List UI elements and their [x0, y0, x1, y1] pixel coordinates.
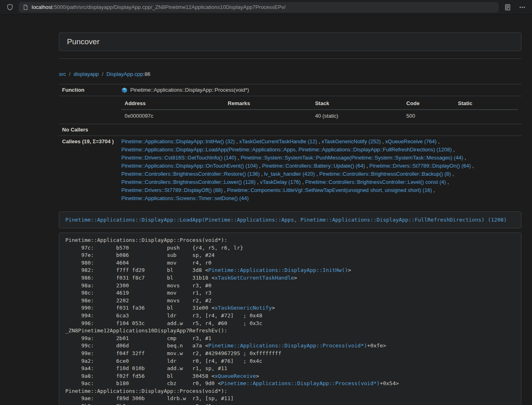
function-row-label: Function: [59, 84, 118, 96]
column-header-static: Static: [454, 98, 518, 110]
callees-cell: Pinetime::Applications::DisplayApp::Init…: [118, 136, 521, 205]
callee-link[interactable]: Pinetime::Drivers::Cst816S::GetTouchInfo…: [121, 155, 236, 161]
reader-mode-button[interactable]: [502, 2, 513, 13]
column-header-code: Code: [403, 98, 454, 110]
column-header-stack: Stack: [312, 98, 403, 110]
no-callers-row: No Callers: [59, 124, 521, 136]
stack-value: 40 (static): [312, 110, 403, 122]
no-callers-label: No Callers: [59, 124, 118, 136]
page-title: Puncover: [67, 37, 513, 46]
callee-link[interactable]: Pinetime::Controllers::BrightnessControl…: [121, 179, 256, 185]
breadcrumb-line-number: :86: [143, 71, 151, 77]
callees-label: Callees (19, Σ=3704 ): [59, 136, 118, 205]
callee-link[interactable]: Pinetime::Controllers::BrightnessControl…: [121, 171, 260, 177]
column-header-remarks: Remarks: [224, 98, 312, 110]
url-text: localhost:5000/path/src/displayapp/Displ…: [32, 4, 286, 10]
disassembly: Pinetime::Applications::DisplayApp::Proc…: [59, 233, 521, 405]
callee-link[interactable]: Pinetime::Applications::DisplayApp::Load…: [121, 146, 452, 153]
static-value: [454, 110, 518, 122]
column-header-address: Address: [121, 98, 224, 110]
page-title-panel: Puncover: [59, 32, 521, 51]
details-row: Address Remarks Stack Code Static 0x0000…: [59, 96, 521, 124]
divider: [59, 58, 521, 59]
breadcrumb-link[interactable]: DisplayApp.cpp: [106, 71, 143, 77]
menu-button[interactable]: [517, 2, 528, 13]
function-table: Function Pinetime::Applications::Display…: [59, 84, 521, 204]
url-bar[interactable]: localhost:5000/path/src/displayapp/Displ…: [19, 2, 499, 13]
details-values-row: 0x0000097c 40 (static) 500: [121, 110, 518, 122]
url-path: :5000/path/src/displayapp/DisplayApp.cpp…: [52, 4, 286, 10]
reader-mode-icon: [504, 4, 511, 11]
details-table: Address Remarks Stack Code Static 0x0000…: [121, 98, 518, 122]
callee-link[interactable]: Pinetime::Applications::DisplayApp::OnTo…: [121, 163, 258, 169]
menu-ellipsis-icon: [519, 4, 526, 11]
callee-link[interactable]: Pinetime::Components::LittleVgl::SetNewT…: [227, 187, 432, 193]
breadcrumb-link[interactable]: displayapp: [73, 71, 99, 77]
breadcrumb-separator: /: [99, 71, 106, 77]
callee-link[interactable]: Pinetime::System::SystemTask::PushMessag…: [241, 155, 463, 161]
breadcrumb-link[interactable]: src: [59, 71, 66, 77]
shield-icon: [6, 4, 13, 11]
callee-link[interactable]: Pinetime::Applications::DisplayApp::Init…: [121, 138, 235, 144]
code-symbol-link[interactable]: Pinetime::Applications::DisplayApp::Init…: [208, 267, 348, 273]
code-symbol-link[interactable]: xQueueReceive: [215, 373, 256, 379]
highlighted-callee-panel: Pinetime::Applications::DisplayApp::Load…: [59, 211, 521, 228]
callee-link[interactable]: Pinetime::Controllers::Battery::Update()…: [262, 163, 365, 169]
page-icon: [23, 4, 28, 10]
callee-link[interactable]: Pinetime::Controllers::BrightnessControl…: [305, 179, 446, 185]
function-row: Function Pinetime::Applications::Display…: [59, 84, 521, 96]
code-symbol-link[interactable]: xTaskGenericNotify: [215, 305, 272, 311]
callee-link[interactable]: Pinetime::Drivers::St7789::DisplayOn() (…: [369, 163, 471, 169]
code-symbol-link[interactable]: Pinetime::Applications::DisplayApp::Proc…: [221, 380, 380, 386]
callee-link[interactable]: Pinetime::Drivers::St7789::DisplayOff() …: [121, 187, 223, 193]
address-value: 0x0000097c: [121, 110, 224, 122]
callee-link[interactable]: xTaskGetCurrentTaskHandle (12): [239, 138, 317, 144]
highlighted-callee-link[interactable]: Pinetime::Applications::DisplayApp::Load…: [65, 217, 507, 223]
details-row-spacer: [59, 96, 118, 124]
breadcrumb-separator: /: [66, 71, 73, 77]
callee-link[interactable]: lv_task_handler (420): [264, 171, 315, 177]
callee-link[interactable]: vTaskDelay (176): [260, 179, 301, 185]
callee-link[interactable]: xTaskGenericNotify (252): [322, 138, 381, 144]
symbol-type-icon: [121, 87, 127, 93]
callee-link[interactable]: Pinetime::Controllers::BrightnessControl…: [319, 171, 451, 177]
url-host: localhost: [32, 4, 52, 10]
callee-link[interactable]: Pinetime::Applications::Screens::Timer::…: [121, 195, 249, 201]
callee-link[interactable]: xQueueReceive (764): [385, 138, 436, 144]
code-value: 500: [403, 110, 454, 122]
browser-toolbar: localhost:5000/path/src/displayapp/Displ…: [0, 0, 532, 15]
function-name: Pinetime::Applications::DisplayApp::Proc…: [130, 86, 249, 94]
remarks-value: [224, 110, 312, 122]
page-container: Puncover src / displayapp / DisplayApp.c…: [59, 32, 521, 405]
callees-row: Callees (19, Σ=3704 ) Pinetime::Applicat…: [59, 136, 521, 205]
tracking-shield-button[interactable]: [4, 2, 15, 13]
code-symbol-link[interactable]: xTaskGetCurrentTaskHandle: [215, 275, 294, 281]
code-symbol-link[interactable]: Pinetime::Applications::DisplayApp::Proc…: [208, 343, 367, 349]
breadcrumb: src / displayapp / DisplayApp.cpp:86: [59, 70, 521, 78]
details-header-row: Address Remarks Stack Code Static: [121, 98, 518, 110]
